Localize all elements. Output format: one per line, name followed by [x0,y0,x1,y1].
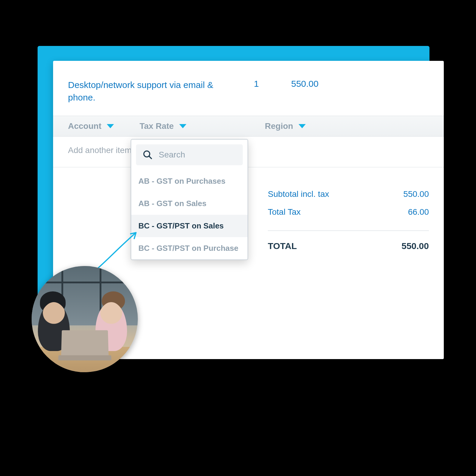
column-header-bar: Account Tax Rate Region [53,116,444,137]
grand-total-row: TOTAL 550.00 [268,237,429,255]
dropdown-search-input[interactable]: Search [136,144,243,165]
totals-block: Subtotal incl. tax 550.00 Total Tax 66.0… [268,185,429,255]
dropdown-option[interactable]: BC - GST/PST on Sales [131,215,248,237]
grand-total-label: TOTAL [268,241,297,251]
column-header-region[interactable]: Region [265,121,429,131]
column-header-region-label: Region [265,121,293,131]
decorative-photo [32,266,138,372]
total-tax-label: Total Tax [268,207,301,217]
column-header-tax-rate[interactable]: Tax Rate [140,121,265,131]
svg-line-1 [149,156,152,159]
grand-total-value: 550.00 [401,241,429,251]
chevron-down-icon [299,124,306,128]
dropdown-search-placeholder: Search [159,150,185,160]
add-item-input[interactable]: Add another item... [53,137,444,167]
dropdown-option[interactable]: AB - GST on Sales [131,192,248,215]
search-icon [143,150,153,160]
chevron-down-icon [179,124,186,128]
column-header-account-label: Account [68,121,101,131]
column-header-tax-rate-label: Tax Rate [140,121,174,131]
tax-rate-dropdown[interactable]: Search AB - GST on PurchasesAB - GST on … [131,139,248,260]
dropdown-option[interactable]: BC - GST/PST on Purchase [131,237,248,259]
line-item-quantity[interactable]: 1 [223,79,271,89]
dropdown-option[interactable]: AB - GST on Purchases [131,170,248,192]
total-tax-row: Total Tax 66.00 [268,203,429,221]
subtotal-value: 550.00 [403,189,429,199]
total-tax-value: 66.00 [408,207,429,217]
column-header-account[interactable]: Account [68,121,140,131]
chevron-down-icon [107,124,114,128]
line-item-row: Desktop/network support via email & phon… [53,61,444,116]
divider [268,231,429,231]
subtotal-label: Subtotal incl. tax [268,189,329,199]
line-item-amount[interactable]: 550.00 [271,79,319,89]
subtotal-row: Subtotal incl. tax 550.00 [268,185,429,203]
line-item-description[interactable]: Desktop/network support via email & phon… [68,79,223,104]
